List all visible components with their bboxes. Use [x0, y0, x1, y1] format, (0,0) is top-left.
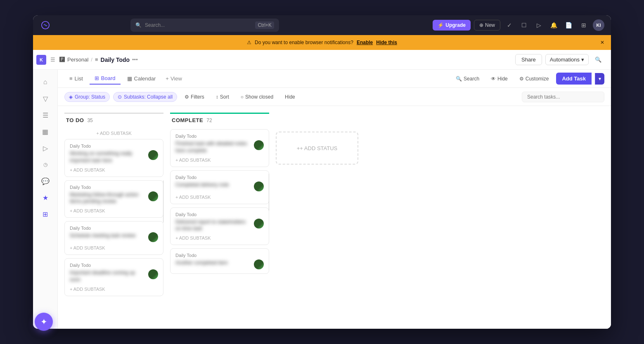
doc-icon[interactable]: 📄: [563, 19, 575, 31]
board: TO DO 35 + ADD SUBTASK Daily Todo Workin…: [58, 106, 611, 329]
automations-button[interactable]: Automations ▾: [545, 54, 589, 65]
add-subtask-link[interactable]: + ADD SUBTASK: [70, 208, 158, 213]
breadcrumb: 🅿 Personal / ≡ Daily Todo •••: [59, 57, 138, 63]
customize-icon: ⚙: [519, 76, 524, 82]
table-row[interactable]: Daily Todo Working on something really i…: [64, 139, 163, 177]
table-row[interactable]: Daily Todo Completed delivery note + ADD…: [170, 170, 269, 204]
table-row[interactable]: Daily Todo Schedule meeting task review …: [64, 221, 163, 255]
group-icon: ◈: [69, 94, 73, 100]
search-view-button[interactable]: 🔍 Search: [452, 74, 483, 84]
task-project: Daily Todo: [175, 134, 264, 139]
user-avatar[interactable]: KI: [593, 19, 604, 31]
search-bar[interactable]: 🔍 Search... Ctrl+K: [130, 19, 279, 32]
sidebar-item-dashboard[interactable]: ▦: [38, 124, 53, 139]
add-subtask-link[interactable]: + ADD SUBTASK: [70, 287, 158, 292]
task-content: Another completed item: [175, 259, 264, 269]
hide-button[interactable]: 👁 Hide: [487, 74, 512, 84]
fab-button[interactable]: ✦: [35, 313, 53, 329]
add-status-header: [276, 113, 358, 129]
column-todo: TO DO 35 + ADD SUBTASK Daily Todo Workin…: [64, 113, 163, 322]
notification-bar: ⚠ Do you want to enable browser notifica…: [33, 35, 611, 50]
add-subtask-link[interactable]: + ADD SUBTASK: [175, 158, 264, 163]
sidebar-item-play[interactable]: ▷: [38, 141, 53, 156]
notification-close[interactable]: ✕: [600, 40, 604, 45]
bookmark-icon[interactable]: ☐: [519, 19, 530, 31]
task-project: Daily Todo: [70, 226, 158, 231]
sidebar-item-inbox[interactable]: ▽: [38, 91, 53, 106]
add-subtask-link[interactable]: + ADD SUBTASK: [70, 167, 158, 172]
page-header: K ☰ 🅿 Personal / ≡ Daily Todo ••• Share …: [33, 50, 611, 70]
add-subtask-link[interactable]: + ADD SUBTASK: [175, 195, 264, 200]
task-content: Completed delivery note: [175, 181, 264, 191]
fab-icon: ✦: [40, 317, 47, 327]
sidebar-toggle[interactable]: ☰: [49, 55, 57, 64]
search-shortcut: Ctrl+K: [255, 21, 274, 29]
column-complete: COMPLETE 72 Daily Todo Finished task wit…: [170, 113, 269, 322]
search-placeholder: Search...: [145, 22, 165, 28]
share-button[interactable]: Share: [515, 54, 542, 65]
task-assignee-avatar: [254, 259, 264, 269]
sidebar-item-timetrack[interactable]: ◷: [38, 157, 53, 172]
header-search-icon[interactable]: 🔍: [592, 54, 604, 66]
tab-list[interactable]: ≡ List: [64, 73, 88, 84]
upgrade-button[interactable]: ⚡ Upgrade: [433, 20, 471, 31]
task-assignee-avatar: [148, 150, 158, 160]
todo-column-count: 35: [87, 118, 92, 123]
hide-notifications-link[interactable]: Hide this: [376, 40, 397, 45]
checkmark-icon[interactable]: ✓: [504, 19, 515, 31]
complete-column-inner: Daily Todo Finished task with detailed n…: [170, 129, 269, 277]
hide-fields-button[interactable]: Hide: [281, 92, 299, 101]
task-text: Another completed item: [175, 259, 251, 266]
task-project: Daily Todo: [175, 253, 264, 258]
video-icon[interactable]: ▷: [533, 19, 545, 31]
task-text: Working on something really important ta…: [70, 150, 145, 164]
task-content: Schedule meeting task review: [70, 232, 158, 242]
add-task-button[interactable]: Add Task: [556, 73, 592, 85]
header-right: Share Automations ▾ 🔍: [515, 54, 604, 66]
add-subtask-link[interactable]: + ADD SUBTASK: [175, 236, 264, 240]
sidebar-item-grid[interactable]: ⊞: [38, 207, 53, 221]
scroll-indicator: [269, 174, 269, 211]
add-view-button[interactable]: + View: [162, 73, 185, 84]
table-row[interactable]: Daily Todo Delivered report to stakehold…: [170, 207, 269, 245]
workspace-avatar[interactable]: K: [36, 55, 46, 65]
customize-button[interactable]: ⚙ Customize: [515, 74, 553, 84]
sort-button[interactable]: ↕ Sort: [212, 92, 233, 101]
more-options-icon[interactable]: •••: [132, 57, 138, 63]
bell-icon[interactable]: 🔔: [548, 19, 560, 31]
new-button[interactable]: ⊕ New: [474, 20, 500, 31]
hide-icon: 👁: [491, 76, 496, 82]
app-logo[interactable]: [40, 19, 51, 31]
search-tasks-input[interactable]: [522, 92, 604, 102]
add-subtask-top[interactable]: + ADD SUBTASK: [64, 129, 163, 137]
task-content: Finished task with detailed notes here c…: [175, 140, 264, 154]
group-status-chip[interactable]: ◈ Group: Status: [64, 92, 110, 102]
tab-calendar[interactable]: ▦ Calendar: [122, 73, 161, 84]
grid-icon[interactable]: ⊞: [578, 19, 590, 31]
table-row[interactable]: Daily Todo Important deadline coming up …: [64, 258, 163, 296]
sidebar-item-star[interactable]: ★: [38, 190, 53, 205]
task-text: Important deadline coming up soon: [70, 269, 145, 283]
table-row[interactable]: Daily Todo Finished task with detailed n…: [170, 129, 269, 167]
filters-button[interactable]: ⚙ Filters: [180, 92, 208, 101]
show-closed-button[interactable]: ○ Show closed: [237, 92, 277, 101]
sort-icon: ↕: [216, 94, 218, 100]
task-text: Marketing follow-through action items pe…: [70, 191, 145, 205]
top-navigation: 🔍 Search... Ctrl+K ⚡ Upgrade ⊕ New ✓ ☐ ▷…: [33, 15, 611, 35]
tab-board[interactable]: ⊞ Board: [90, 73, 121, 85]
table-row[interactable]: Daily Todo Another completed item: [170, 248, 269, 274]
page-icon: ≡: [95, 57, 98, 63]
sidebar-item-chat[interactable]: 💬: [38, 174, 53, 188]
header-left: K ☰ 🅿 Personal / ≡ Daily Todo •••: [36, 55, 138, 65]
task-text: Schedule meeting task review: [70, 232, 145, 239]
subtasks-chip[interactable]: ⊙ Subtasks: Collapse all: [113, 92, 177, 102]
sidebar-item-docs[interactable]: ☰: [38, 108, 53, 123]
add-status-button[interactable]: + + ADD STATUS: [276, 132, 358, 165]
add-task-dropdown[interactable]: ▾: [595, 73, 604, 85]
add-subtask-link[interactable]: + ADD SUBTASK: [70, 245, 158, 250]
enable-notifications-link[interactable]: Enable: [357, 40, 373, 45]
workspace-name[interactable]: Personal: [67, 57, 88, 63]
sidebar-item-home[interactable]: ⌂: [38, 75, 53, 90]
sidebar: ⌂ ▽ ☰ ▦ ▷ ◷ 💬 ★ ⊞: [33, 70, 58, 329]
table-row[interactable]: Daily Todo Marketing follow-through acti…: [64, 180, 163, 218]
